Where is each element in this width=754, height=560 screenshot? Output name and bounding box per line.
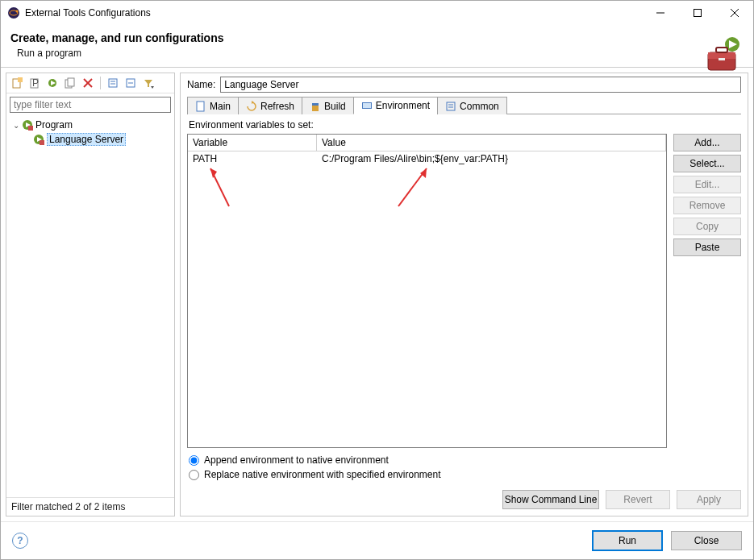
svg-rect-10 xyxy=(708,52,735,59)
tree-node-label: Language Server xyxy=(47,133,126,146)
svg-rect-20 xyxy=(68,78,74,86)
remove-button[interactable]: Remove xyxy=(673,197,741,214)
name-row: Name: xyxy=(187,77,741,93)
svg-rect-42 xyxy=(447,102,455,110)
new-config-icon[interactable] xyxy=(10,76,24,90)
tabs: Main Refresh Build Environment Common xyxy=(187,96,741,114)
config-tree[interactable]: ⌄ Program Language Server xyxy=(6,116,174,497)
col-variable[interactable]: Variable xyxy=(188,135,317,151)
duplicate-icon[interactable] xyxy=(63,76,77,90)
refresh-tab-icon xyxy=(246,101,257,112)
chevron-down-icon[interactable]: ⌄ xyxy=(11,121,21,130)
main-tab-icon xyxy=(195,101,206,112)
paste-button[interactable]: Paste xyxy=(673,239,741,256)
minimize-button[interactable] xyxy=(642,1,679,25)
left-panel: P ⌄ Program Language Server Filter match… xyxy=(6,73,175,516)
svg-rect-39 xyxy=(312,103,319,106)
tab-label: Environment xyxy=(376,100,430,111)
tab-body-environment: Environment variables to set: Variable V… xyxy=(187,114,741,483)
window-controls xyxy=(642,1,753,25)
maximize-button[interactable] xyxy=(679,1,716,25)
tree-node-label: Program xyxy=(35,119,73,131)
radio-replace[interactable]: Replace native environment with specifie… xyxy=(189,469,739,480)
svg-rect-11 xyxy=(716,48,727,52)
radio-append[interactable]: Append environment to native environment xyxy=(189,454,739,466)
env-buttons: Add... Select... Edit... Remove Copy Pas… xyxy=(673,134,741,448)
expand-all-icon[interactable] xyxy=(106,76,120,90)
show-command-line-button[interactable]: Show Command Line xyxy=(502,490,599,509)
tree-node-language-server[interactable]: Language Server xyxy=(10,132,171,147)
filter-dropdown-icon[interactable] xyxy=(141,76,156,90)
tree-node-program[interactable]: ⌄ Program xyxy=(10,118,171,132)
help-icon[interactable]: ? xyxy=(12,533,28,549)
svg-marker-29 xyxy=(151,86,154,89)
filter-input[interactable] xyxy=(10,97,171,113)
main-area: P ⌄ Program Language Server Filter match… xyxy=(1,68,753,521)
tab-label: Build xyxy=(324,101,346,112)
env-table[interactable]: Variable Value PATH C:/Program Files/Ali… xyxy=(187,134,667,448)
config-bottom-buttons: Show Command Line Revert Apply xyxy=(187,483,741,509)
svg-rect-36 xyxy=(197,102,204,111)
window-title: External Tools Configurations xyxy=(25,7,642,19)
cell-value: C:/Program Files/Alire\bin;${env_var:PAT… xyxy=(317,153,666,164)
tab-refresh[interactable]: Refresh xyxy=(238,97,302,114)
tab-common[interactable]: Common xyxy=(437,97,507,114)
build-tab-icon xyxy=(310,101,321,112)
dialog-footer: ? Run Close xyxy=(1,521,753,559)
left-toolbar: P xyxy=(6,73,174,93)
tab-label: Refresh xyxy=(260,101,294,112)
cell-variable: PATH xyxy=(188,153,317,164)
filter-row xyxy=(10,97,171,113)
run-toolbox-icon xyxy=(703,36,742,75)
env-row: Variable Value PATH C:/Program Files/Ali… xyxy=(187,134,741,448)
radio-append-input[interactable] xyxy=(189,455,199,466)
svg-rect-35 xyxy=(40,140,44,145)
radio-replace-input[interactable] xyxy=(189,470,199,480)
svg-rect-14 xyxy=(18,77,23,82)
env-vars-label: Environment variables to set: xyxy=(189,119,741,131)
common-tab-icon xyxy=(445,101,456,112)
export-icon[interactable] xyxy=(45,76,60,90)
env-mode-radios: Append environment to native environment… xyxy=(187,448,741,483)
tab-label: Main xyxy=(210,101,231,112)
title-bar: External Tools Configurations xyxy=(1,1,753,25)
new-prototype-icon[interactable]: P xyxy=(27,76,42,90)
program-icon xyxy=(21,118,34,131)
apply-button[interactable]: Apply xyxy=(677,490,741,509)
svg-marker-28 xyxy=(144,80,152,87)
svg-rect-23 xyxy=(109,79,117,87)
header-subtitle: Run a program xyxy=(17,48,744,59)
svg-rect-4 xyxy=(694,10,702,17)
name-input[interactable] xyxy=(220,77,741,93)
close-button[interactable] xyxy=(716,1,753,25)
collapse-all-icon[interactable] xyxy=(123,76,138,90)
tab-main[interactable]: Main xyxy=(187,97,239,114)
svg-rect-32 xyxy=(28,126,33,131)
revert-button[interactable]: Revert xyxy=(606,490,670,509)
filter-status: Filter matched 2 of 2 items xyxy=(6,497,174,516)
tab-label: Common xyxy=(460,101,499,112)
svg-point-2 xyxy=(16,10,19,13)
select-button[interactable]: Select... xyxy=(673,155,741,172)
table-row[interactable]: PATH C:/Program Files/Alire\bin;${env_va… xyxy=(188,151,666,166)
col-value[interactable]: Value xyxy=(317,135,666,151)
name-label: Name: xyxy=(187,79,215,90)
run-button[interactable]: Run xyxy=(592,530,663,551)
tab-environment[interactable]: Environment xyxy=(353,97,438,114)
svg-rect-12 xyxy=(719,58,725,60)
dialog-header: Create, manage, and run configurations R… xyxy=(1,25,753,68)
copy-button[interactable]: Copy xyxy=(673,218,741,235)
delete-icon[interactable] xyxy=(81,76,95,90)
eclipse-icon xyxy=(7,6,20,19)
header-title: Create, manage, and run configurations xyxy=(10,31,744,44)
tab-build[interactable]: Build xyxy=(302,97,354,114)
environment-tab-icon xyxy=(361,100,373,111)
svg-rect-41 xyxy=(363,103,371,108)
close-dialog-button[interactable]: Close xyxy=(671,531,742,550)
svg-text:P: P xyxy=(32,77,39,89)
edit-button[interactable]: Edit... xyxy=(673,176,741,193)
right-panel: Name: Main Refresh Build Environment xyxy=(180,73,748,516)
add-button[interactable]: Add... xyxy=(673,134,741,151)
program-icon xyxy=(32,133,45,146)
